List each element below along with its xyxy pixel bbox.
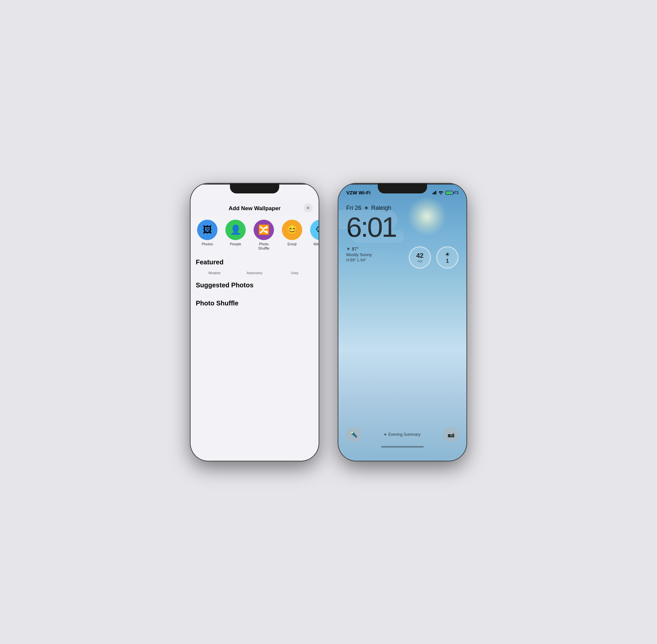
uv-widget: ☀ 1 [436, 246, 459, 269]
iphone-screen-right: VZW Wi-Fi 73 [338, 184, 467, 461]
emoji-icon-circle: 😊 [282, 220, 302, 240]
aqi-label: AQI [417, 259, 423, 263]
photos-label: Photos [202, 242, 213, 246]
signal-icon [433, 191, 436, 194]
sig-bar-2 [434, 192, 435, 194]
emoji-label: Emoji [288, 242, 297, 246]
photo-shuffle-label: PhotoShuffle [258, 242, 269, 251]
lock-screen-widgets-row: ☀ 87° Mostly Sunny H:89° L:64° 42 AQI ☀ … [338, 243, 467, 273]
camera-icon: 📷 [448, 431, 455, 438]
featured-section: Featured Fri 26 ☀ Cupertino 9:41 [190, 256, 319, 279]
photos-icon-circle: 🖼 [197, 220, 218, 240]
photo-shuffle-icon-circle: 🔀 [254, 220, 274, 240]
notification-pill[interactable]: Evening Summary [384, 432, 421, 437]
unity-wallpaper-wrapper: Tuesday, January 9 9:41 Unity [276, 270, 313, 275]
right-iphone: VZW Wi-Fi 73 [338, 184, 467, 461]
notification-dot [384, 434, 386, 435]
featured-section-title: Featured [196, 256, 313, 266]
battery-icon [446, 191, 453, 195]
type-icon-photo-shuffle[interactable]: 🔀 PhotoShuffle [252, 220, 275, 251]
battery-fill [446, 191, 451, 194]
sig-bar-1 [433, 193, 434, 194]
astronomy-wallpaper-wrapper: Fri 26 ● First Quarter 9:41 Astronomy [236, 270, 273, 275]
aqi-value: 42 [416, 252, 424, 259]
uv-value: 1 [446, 258, 449, 264]
suggested-photos-section: Suggested Photos Tuesday, January 9 9:41 [190, 279, 319, 297]
cloud-1 [338, 210, 398, 230]
photos-icon: 🖼 [203, 224, 212, 235]
notification-text: Evening Summary [388, 432, 421, 437]
aqi-widget: 42 AQI [409, 246, 431, 269]
home-indicator[interactable] [381, 446, 424, 447]
picker-close-button[interactable]: ✕ [303, 203, 313, 212]
left-iphone: Add New Wallpaper ✕ 🖼 Photos 👤 Pe [190, 184, 319, 461]
weather-icon-circle: 🌤 [310, 220, 319, 240]
flashlight-button[interactable]: 🔦 [346, 427, 361, 442]
temp-sun-icon: ☀ [346, 246, 350, 252]
type-icon-emoji[interactable]: 😊 Emoji [280, 220, 303, 251]
uv-sun-icon: ☀ [445, 251, 450, 258]
weather-icon: 🌤 [316, 224, 319, 235]
photo-shuffle-icon: 🔀 [258, 224, 270, 235]
photo-shuffle-section-title: Photo Shuffle [196, 297, 313, 307]
battery-indicator: 73 [446, 190, 459, 195]
weather-widget: ☀ 87° Mostly Sunny H:89° L:64° [346, 246, 403, 262]
picker-title: Add New Wallpaper [229, 205, 280, 212]
cloud-2 [352, 230, 404, 243]
lock-screen: VZW Wi-Fi 73 [338, 184, 467, 461]
astronomy-thumb-caption: Astronomy [247, 271, 263, 275]
wifi-icon [438, 190, 444, 196]
weather-temp: ☀ 87° [346, 246, 403, 252]
weather-thumb-caption: Weather [208, 271, 221, 275]
wallpaper-type-icons-row: 🖼 Photos 👤 People 🔀 PhotoShuffle [190, 216, 319, 256]
lock-screen-controls: 🔦 Evening Summary 📷 [346, 427, 459, 442]
right-notch [378, 184, 427, 193]
status-icons: 73 [433, 190, 459, 196]
camera-button[interactable]: 📷 [444, 427, 459, 442]
weather-wallpaper-wrapper: Fri 26 ☀ Cupertino 9:41 Weather [196, 270, 233, 275]
weather-condition: Mostly Sunny [346, 252, 403, 257]
type-icon-photos[interactable]: 🖼 Photos [196, 220, 219, 251]
picker-header: Add New Wallpaper ✕ [190, 200, 319, 216]
iphone-screen-left: Add New Wallpaper ✕ 🖼 Photos 👤 Pe [190, 184, 319, 461]
sig-bar-3 [435, 191, 436, 194]
type-icon-weather[interactable]: 🌤 Weather [309, 220, 319, 251]
people-icon: 👤 [230, 224, 242, 235]
notch [230, 184, 279, 193]
flashlight-icon: 🔦 [350, 431, 357, 438]
weather-hi-lo: H:89° L:64° [346, 258, 403, 262]
type-icon-people[interactable]: 👤 People [224, 220, 247, 251]
weather-label: Weather [313, 242, 319, 246]
unity-thumb-caption: Unity [291, 271, 299, 275]
carrier-label: VZW Wi-Fi [346, 190, 370, 196]
people-label: People [230, 242, 241, 246]
lock-screen-bottom: 🔦 Evening Summary 📷 [338, 420, 467, 461]
featured-grid: Fri 26 ☀ Cupertino 9:41 Weather [196, 270, 313, 275]
people-icon-circle: 👤 [225, 220, 246, 240]
emoji-icon: 😊 [287, 224, 298, 235]
suggested-photos-title: Suggested Photos [196, 279, 313, 289]
battery-percentage: 73 [454, 190, 459, 195]
close-icon: ✕ [306, 205, 310, 210]
photo-shuffle-section: Photo Shuffle [190, 297, 319, 315]
temperature-value: 87° [352, 246, 359, 252]
wallpaper-picker[interactable]: Add New Wallpaper ✕ 🖼 Photos 👤 Pe [190, 184, 319, 461]
